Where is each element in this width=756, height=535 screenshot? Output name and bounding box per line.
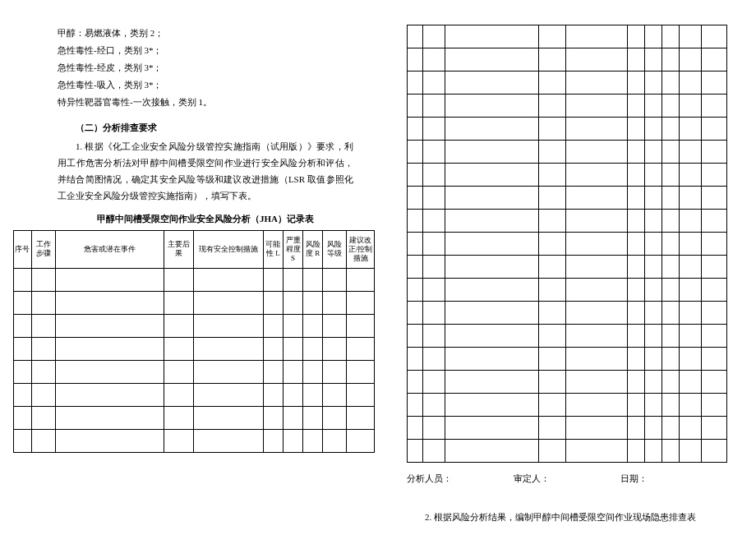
table-row: [408, 118, 727, 141]
table-row: [14, 429, 375, 452]
table-row: [408, 95, 727, 118]
date-label: 日期：: [620, 473, 727, 485]
jha-header-row: 序号 工作步骤 危害或潜在事件 主要后果 现有安全控制措施 可能性 L 严重程度…: [14, 230, 375, 268]
table-row: [408, 394, 727, 417]
table-row: [408, 256, 727, 279]
requirement-item-2: 2. 根据风险分析结果，编制甲醇中间槽受限空间作业现场隐患排查表: [407, 510, 727, 526]
table-row: [408, 279, 727, 302]
col-suggest: 建议改正/控制措施: [347, 230, 375, 268]
table-row: [408, 302, 727, 325]
col-level: 风险等级: [323, 230, 347, 268]
table-row: [408, 348, 727, 371]
col-l: 可能性 L: [263, 230, 283, 268]
col-r: 风险度 R: [303, 230, 323, 268]
table-row: [408, 71, 727, 95]
hazard-line: 急性毒性-经口，类别 3*；: [58, 42, 353, 59]
table-row: [408, 210, 727, 233]
table-row: [408, 417, 727, 440]
col-conseq: 主要后果: [164, 230, 194, 268]
col-hazard: 危害或潜在事件: [55, 230, 164, 268]
table-row: [408, 164, 727, 187]
table-row: [408, 371, 727, 394]
table-row: [14, 314, 375, 337]
table-row: [408, 48, 727, 71]
col-step: 工作步骤: [31, 230, 55, 268]
col-s: 严重程度 S: [284, 230, 303, 268]
jha-table-continued: [407, 25, 727, 463]
signoff-row: 分析人员： 审定人： 日期：: [407, 473, 727, 485]
col-control: 现有安全控制措施: [194, 230, 263, 268]
table-row: [14, 406, 375, 429]
table-row: [408, 325, 727, 348]
col-seq: 序号: [14, 230, 32, 268]
hazard-classification-list: 甲醇：易燃液体，类别 2； 急性毒性-经口，类别 3*； 急性毒性-经皮，类别 …: [58, 25, 353, 110]
jha-table-title: 甲醇中间槽受限空间作业安全风险分析（JHA）记录表: [58, 213, 353, 225]
table-row: [14, 268, 375, 291]
jha-table: 序号 工作步骤 危害或潜在事件 主要后果 现有安全控制措施 可能性 L 严重程度…: [13, 230, 375, 453]
hazard-line: 急性毒性-经皮，类别 3*；: [58, 59, 353, 76]
table-row: [14, 360, 375, 383]
table-row: [408, 233, 727, 256]
table-row: [408, 25, 727, 48]
reviewer-label: 审定人：: [514, 473, 620, 485]
analyst-label: 分析人员：: [407, 473, 514, 485]
hazard-line: 特异性靶器官毒性-一次接触，类别 1。: [58, 94, 353, 111]
table-row: [14, 291, 375, 314]
section-heading: （二）分析排查要求: [58, 122, 353, 134]
hazard-line: 急性毒性-吸入，类别 3*；: [58, 76, 353, 94]
table-row: [408, 187, 727, 210]
table-row: [14, 337, 375, 360]
requirement-paragraph: 1. 根据《化工企业安全风险分级管控实施指南（试用版）》要求，利用工作危害分析法…: [58, 139, 353, 204]
table-row: [408, 440, 727, 463]
table-row: [408, 141, 727, 164]
hazard-line: 甲醇：易燃液体，类别 2；: [58, 25, 353, 42]
table-row: [14, 383, 375, 406]
